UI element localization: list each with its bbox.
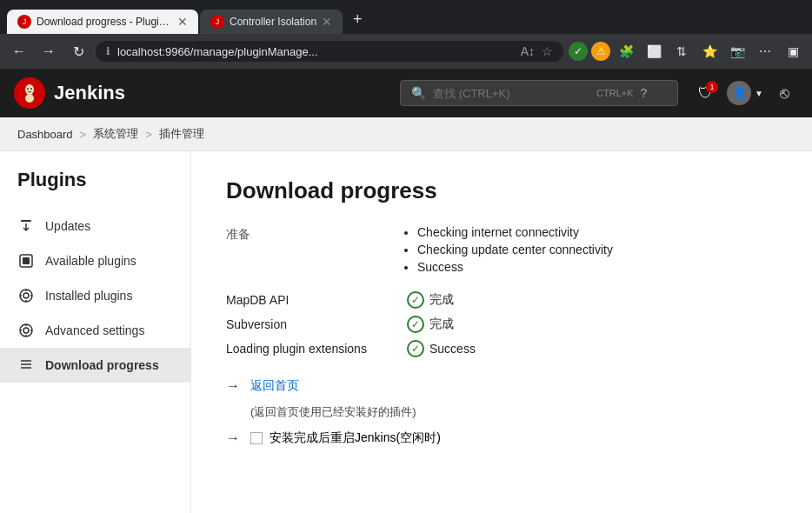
jenkins-search: 🔍 CTRL+K ? bbox=[400, 80, 678, 106]
avatar-dropdown-icon: ▼ bbox=[755, 89, 763, 98]
available-icon bbox=[17, 252, 35, 270]
jenkins-header: Jenkins 🔍 CTRL+K ? 🛡 1 👤 ▼ ⎋ bbox=[0, 69, 812, 117]
plugin-status-0: ✓ 完成 bbox=[407, 291, 454, 309]
svg-point-1 bbox=[25, 84, 34, 95]
search-help-icon[interactable]: ? bbox=[641, 86, 648, 100]
breadcrumb-dashboard[interactable]: Dashboard bbox=[17, 128, 73, 141]
return-home-sub: (返回首页使用已经安装好的插件) bbox=[250, 404, 777, 420]
preparing-label: 准备 bbox=[226, 225, 400, 243]
header-icons: 🛡 1 👤 ▼ ⎋ bbox=[692, 79, 798, 107]
active-tab[interactable]: J Download progress - Plugins [Je... ✕ bbox=[7, 10, 198, 34]
notification-badge: 1 bbox=[706, 81, 718, 93]
status-text-0: 完成 bbox=[429, 292, 454, 308]
check-icon-1: ✓ bbox=[407, 316, 424, 333]
download-progress-icon bbox=[17, 356, 35, 374]
sidebar-item-download-progress[interactable]: Download progress bbox=[0, 348, 190, 383]
restart-label: 安装完成后重启Jenkins(空闲时) bbox=[270, 430, 441, 446]
sidebar-item-installed[interactable]: Installed plugins bbox=[0, 278, 190, 313]
available-label: Available plugins bbox=[45, 254, 136, 268]
installed-icon bbox=[17, 287, 35, 304]
svg-point-8 bbox=[20, 290, 32, 302]
svg-point-2 bbox=[25, 94, 34, 103]
restart-arrow-icon: → bbox=[226, 430, 240, 446]
search-input[interactable] bbox=[433, 87, 589, 100]
breadcrumb: Dashboard > 系统管理 > 插件管理 bbox=[0, 117, 812, 151]
restart-checkbox-row: 安装完成后重启Jenkins(空闲时) bbox=[250, 430, 441, 446]
toolbar-icons: ✓ ⚠ 🧩 ⬜ ⇅ ⭐ 📷 ⋯ ▣ bbox=[569, 39, 805, 63]
browser-screenshot-icon[interactable]: 📷 bbox=[725, 39, 749, 63]
prepare-item-1: Checking internet connectivity bbox=[417, 225, 777, 239]
return-home-link[interactable]: 返回首页 bbox=[250, 378, 299, 394]
plugin-status-2: ✓ Success bbox=[407, 340, 476, 357]
plugin-name-1: Subversion bbox=[226, 317, 400, 331]
search-icon: 🔍 bbox=[411, 86, 426, 100]
page-title: Download progress bbox=[226, 177, 777, 204]
restart-checkbox[interactable] bbox=[250, 432, 263, 444]
check-icon-2: ✓ bbox=[407, 340, 424, 357]
status-text-1: 完成 bbox=[429, 316, 454, 332]
logout-button[interactable]: ⎋ bbox=[770, 79, 798, 107]
sidebar: Plugins Updates Available plugins bbox=[0, 151, 191, 513]
browser-profile-icon[interactable]: ⬜ bbox=[642, 39, 666, 63]
prepare-item-3: Success bbox=[417, 260, 777, 274]
avatar-circle: 👤 bbox=[727, 81, 751, 105]
installed-label: Installed plugins bbox=[45, 289, 132, 303]
translate-icon: A↕ bbox=[521, 44, 535, 58]
check-icon-0: ✓ bbox=[407, 291, 424, 309]
star-icon: ☆ bbox=[542, 44, 553, 58]
forward-button[interactable]: → bbox=[37, 39, 61, 63]
shield-ext-icon[interactable]: ✓ bbox=[569, 42, 588, 61]
updates-label: Updates bbox=[45, 219, 90, 233]
return-arrow-icon: → bbox=[226, 378, 240, 394]
prepare-item-2: Checking update center connectivity bbox=[417, 243, 777, 256]
advanced-icon bbox=[17, 322, 35, 339]
svg-point-4 bbox=[30, 88, 32, 90]
browser-fav-icon[interactable]: ⭐ bbox=[697, 39, 722, 63]
extensions-icon[interactable]: 🧩 bbox=[614, 39, 638, 63]
advanced-label: Advanced settings bbox=[45, 323, 144, 337]
svg-point-15 bbox=[23, 328, 29, 333]
back-button[interactable]: ← bbox=[7, 39, 31, 63]
svg-rect-7 bbox=[23, 257, 30, 264]
plugin-row-0: MapDB API ✓ 完成 bbox=[226, 291, 777, 309]
plugin-status-1: ✓ 完成 bbox=[407, 316, 454, 333]
security-icon-button[interactable]: 🛡 1 bbox=[692, 79, 720, 107]
svg-point-9 bbox=[23, 293, 29, 298]
address-bar[interactable]: ℹ localhost:9966/manage/pluginManage... … bbox=[96, 41, 563, 62]
return-home-row: → 返回首页 bbox=[226, 378, 777, 394]
preparing-content: Checking internet connectivity Checking … bbox=[400, 225, 777, 277]
svg-rect-5 bbox=[21, 220, 31, 222]
breadcrumb-system[interactable]: 系统管理 bbox=[93, 126, 138, 142]
sidebar-toggle-icon[interactable]: ▣ bbox=[781, 39, 805, 63]
user-avatar-button[interactable]: 👤 ▼ bbox=[727, 81, 763, 105]
svg-point-14 bbox=[20, 324, 32, 336]
tab2-close-button[interactable]: ✕ bbox=[322, 15, 332, 29]
preparing-row: 准备 Checking internet connectivity Checki… bbox=[226, 225, 777, 277]
jenkins-title: Jenkins bbox=[54, 82, 125, 104]
status-text-2: Success bbox=[429, 342, 476, 356]
main-layout: Plugins Updates Available plugins bbox=[0, 151, 812, 513]
content-area: Download progress 准备 Checking internet c… bbox=[191, 151, 812, 513]
tab2-title: Controller Isolation bbox=[230, 16, 316, 28]
browser-menu-icon[interactable]: ⋯ bbox=[753, 39, 777, 63]
tab-close-button[interactable]: ✕ bbox=[177, 15, 188, 29]
breadcrumb-current: 插件管理 bbox=[159, 126, 204, 142]
refresh-button[interactable]: ↻ bbox=[66, 39, 90, 63]
address-url: localhost:9966/manage/pluginManage... bbox=[117, 45, 514, 58]
warning-ext-icon[interactable]: ⚠ bbox=[591, 42, 610, 61]
plugin-name-2: Loading plugin extensions bbox=[226, 342, 400, 356]
new-tab-button[interactable]: + bbox=[344, 5, 371, 34]
sidebar-item-available[interactable]: Available plugins bbox=[0, 243, 190, 278]
tab2-favicon: J bbox=[210, 15, 224, 29]
jenkins-logo-icon bbox=[14, 77, 45, 109]
search-shortcut-badge: CTRL+K bbox=[596, 88, 634, 98]
sidebar-heading: Plugins bbox=[0, 169, 190, 209]
sidebar-item-advanced[interactable]: Advanced settings bbox=[0, 313, 190, 348]
browser-sync-icon[interactable]: ⇅ bbox=[669, 39, 694, 63]
sidebar-item-updates[interactable]: Updates bbox=[0, 209, 190, 243]
updates-icon bbox=[17, 217, 35, 235]
tab-title: Download progress - Plugins [Je... bbox=[37, 16, 172, 28]
plugin-name-0: MapDB API bbox=[226, 293, 400, 307]
plugin-row-2: Loading plugin extensions ✓ Success bbox=[226, 340, 777, 357]
inactive-tab[interactable]: J Controller Isolation ✕ bbox=[200, 10, 343, 34]
